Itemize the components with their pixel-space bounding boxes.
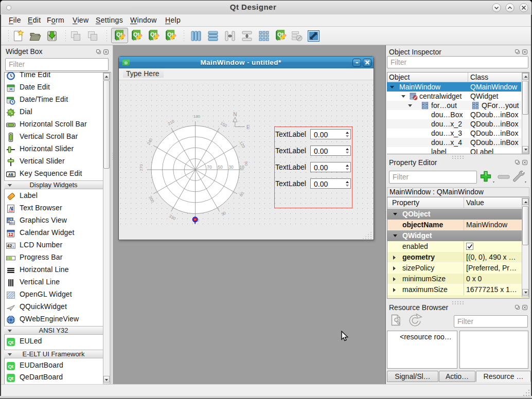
svg-text:D: D	[125, 61, 128, 65]
svg-text:12: 12	[8, 231, 13, 237]
svg-text:30: 30	[228, 165, 234, 170]
svg-text:Qt: Qt	[8, 375, 14, 380]
svg-text:270: 270	[139, 164, 144, 171]
svg-text:AB: AB	[8, 173, 13, 176]
svg-text:42.: 42.	[7, 244, 14, 249]
svg-text:abc: abc	[9, 221, 14, 224]
svg-text:I: I	[12, 206, 14, 211]
svg-text:E: E	[246, 124, 250, 130]
svg-text:10: 10	[239, 165, 244, 170]
svg-text:50: 50	[218, 165, 223, 170]
svg-text:180: 180	[193, 114, 201, 119]
svg-text:N: N	[233, 112, 237, 117]
svg-text:70: 70	[207, 165, 212, 170]
svg-text:Qt: Qt	[8, 363, 14, 369]
svg-text:90: 90	[244, 161, 249, 166]
svg-text:Qt: Qt	[8, 339, 14, 345]
